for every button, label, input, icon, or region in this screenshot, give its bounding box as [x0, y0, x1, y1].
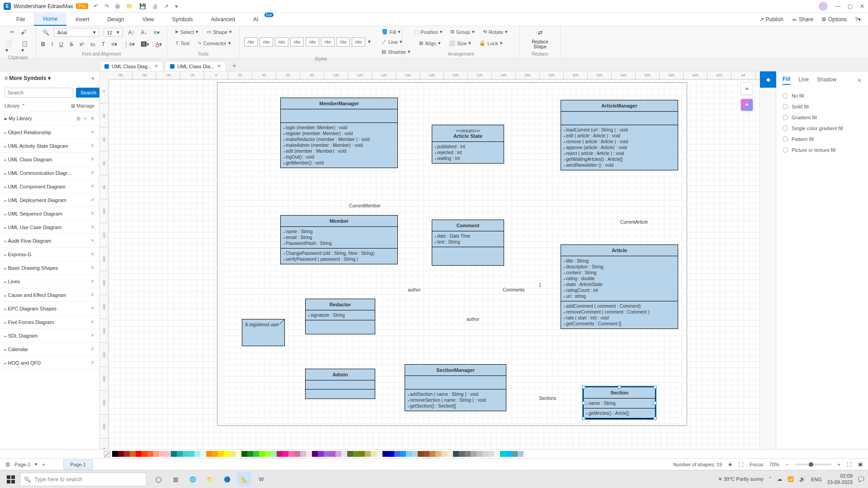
- category-item[interactable]: UML Communication Diagr...✕: [0, 166, 99, 180]
- color-swatch[interactable]: [330, 451, 335, 457]
- my-library-item[interactable]: ▸ My Library: [5, 116, 32, 122]
- color-swatch[interactable]: [482, 451, 488, 457]
- color-swatch[interactable]: [294, 451, 300, 457]
- color-swatch[interactable]: [435, 451, 441, 457]
- redo-icon[interactable]: ↷: [104, 3, 109, 9]
- manage-button[interactable]: ⊞ Manage: [71, 103, 94, 109]
- paste-icon[interactable]: 📋▾: [20, 40, 32, 54]
- fill-tab[interactable]: Fill: [783, 76, 790, 85]
- page-dropdown-icon[interactable]: ▾: [35, 461, 38, 467]
- cat-close-icon[interactable]: ✕: [90, 170, 94, 176]
- menu-file[interactable]: File: [7, 14, 34, 25]
- color-swatch[interactable]: [465, 451, 471, 457]
- color-swatch[interactable]: [247, 451, 253, 457]
- color-swatch[interactable]: [335, 451, 341, 457]
- color-swatch[interactable]: [512, 451, 518, 457]
- color-swatch[interactable]: [429, 451, 435, 457]
- decrease-font-icon[interactable]: A↓: [140, 28, 148, 37]
- style-preset[interactable]: Abc: [352, 38, 365, 47]
- doc-tab[interactable]: UML Class Diag...✕: [99, 61, 163, 71]
- cat-close-icon[interactable]: ✕: [90, 265, 94, 271]
- tray-wifi-icon[interactable]: 📶: [788, 476, 794, 482]
- color-swatch[interactable]: [447, 451, 453, 457]
- tb-cortana-icon[interactable]: ◯: [151, 472, 165, 487]
- color-swatch[interactable]: [277, 451, 283, 457]
- tb-taskview-icon[interactable]: ▥: [168, 472, 183, 487]
- tray-chevron-icon[interactable]: ˄: [769, 476, 772, 482]
- lib-add-icon[interactable]: +: [84, 116, 87, 122]
- fill-option[interactable]: Solid fill: [783, 101, 862, 112]
- replace-shape-label[interactable]: Replace Shape: [532, 39, 548, 49]
- color-swatch[interactable]: [347, 451, 353, 457]
- lib-close-icon[interactable]: ✕: [90, 116, 94, 122]
- tab-close-icon[interactable]: ✕: [217, 63, 221, 69]
- color-swatch[interactable]: [130, 451, 136, 457]
- cat-close-icon[interactable]: ✕: [90, 129, 94, 135]
- publish-button[interactable]: ↗Publish: [760, 16, 783, 23]
- color-swatch[interactable]: [412, 451, 418, 457]
- help-button[interactable]: ?▾: [855, 16, 861, 23]
- style-preset[interactable]: Abc: [336, 38, 350, 47]
- doc-tab[interactable]: UML Class Dia...✕: [165, 61, 226, 71]
- color-swatch[interactable]: [218, 451, 224, 457]
- panel-close-icon[interactable]: ✕: [857, 77, 862, 84]
- no-color-swatch[interactable]: [104, 451, 110, 457]
- line-spacing-icon[interactable]: ≡▾: [110, 40, 118, 48]
- color-swatch[interactable]: [371, 451, 377, 457]
- cat-close-icon[interactable]: ✕: [90, 319, 94, 325]
- canvas-ai-icon[interactable]: ✦: [741, 99, 753, 111]
- category-item[interactable]: UML Use Case Diagram✕: [0, 221, 99, 234]
- fill-option[interactable]: Picture or texture fill: [783, 145, 862, 155]
- qat-more-icon[interactable]: ▾: [175, 3, 178, 9]
- color-swatch[interactable]: [459, 451, 465, 457]
- copy-icon[interactable]: 📄▾: [5, 40, 16, 54]
- menu-view[interactable]: View: [133, 14, 163, 25]
- fullscreen-icon[interactable]: ▣: [858, 461, 863, 467]
- taskbar-search[interactable]: 🔍Type here to search: [20, 473, 146, 486]
- color-swatch[interactable]: [177, 451, 183, 457]
- category-item[interactable]: Express-G✕: [0, 248, 99, 261]
- cat-close-icon[interactable]: ✕: [90, 197, 94, 203]
- tray-onedrive-icon[interactable]: ☁: [777, 476, 782, 482]
- category-item[interactable]: UML Activity State Diagram✕: [0, 139, 99, 153]
- color-swatch[interactable]: [400, 451, 406, 457]
- color-swatch[interactable]: [365, 451, 371, 457]
- undo-icon[interactable]: ↶: [94, 3, 98, 9]
- color-swatch[interactable]: [394, 451, 400, 457]
- color-swatch[interactable]: [388, 451, 394, 457]
- color-swatch[interactable]: [353, 451, 359, 457]
- rotate-menu[interactable]: ⟲Rotate▾: [481, 28, 509, 36]
- cat-close-icon[interactable]: ✕: [90, 292, 94, 298]
- menu-home[interactable]: Home: [34, 13, 66, 26]
- cat-close-icon[interactable]: ✕: [90, 251, 94, 257]
- tb-word-icon[interactable]: W: [254, 472, 269, 487]
- collapse-panel-icon[interactable]: «: [91, 75, 94, 81]
- style-preset[interactable]: Abc: [290, 38, 304, 47]
- category-item[interactable]: UML Deployment Diagram✕: [0, 193, 99, 207]
- category-item[interactable]: HOQ and QFD✕: [0, 356, 99, 370]
- uml-class-comment[interactable]: Comment date : Date Timetext : String: [432, 220, 504, 266]
- color-swatch[interactable]: [306, 451, 312, 457]
- notifications-icon[interactable]: 💬: [858, 476, 864, 482]
- font-search-icon[interactable]: 🔍: [42, 29, 49, 36]
- export-icon[interactable]: ↗: [164, 3, 169, 9]
- color-swatch[interactable]: [318, 451, 324, 457]
- color-swatch[interactable]: [453, 451, 459, 457]
- symbol-search-input[interactable]: [5, 88, 73, 98]
- color-swatch[interactable]: [159, 451, 165, 457]
- color-swatch[interactable]: [406, 451, 412, 457]
- symbol-search-button[interactable]: Search: [76, 88, 101, 98]
- canvas[interactable]: MemberManager login (member: Member) : v…: [108, 80, 760, 449]
- zoom-out-icon[interactable]: −: [786, 462, 788, 467]
- start-button[interactable]: [4, 472, 18, 487]
- color-swatch[interactable]: [136, 451, 142, 457]
- bold-icon[interactable]: B: [40, 40, 46, 48]
- uml-note[interactable]: A registered user: [242, 319, 285, 346]
- align-menu-icon[interactable]: ≡▾: [153, 28, 160, 37]
- color-swatch[interactable]: [377, 451, 382, 457]
- category-item[interactable]: Basic Drawing Shapes✕: [0, 261, 99, 275]
- color-swatch[interactable]: [112, 451, 118, 457]
- color-swatch[interactable]: [283, 451, 288, 457]
- italic-icon[interactable]: I: [51, 40, 54, 48]
- color-swatch[interactable]: [118, 451, 124, 457]
